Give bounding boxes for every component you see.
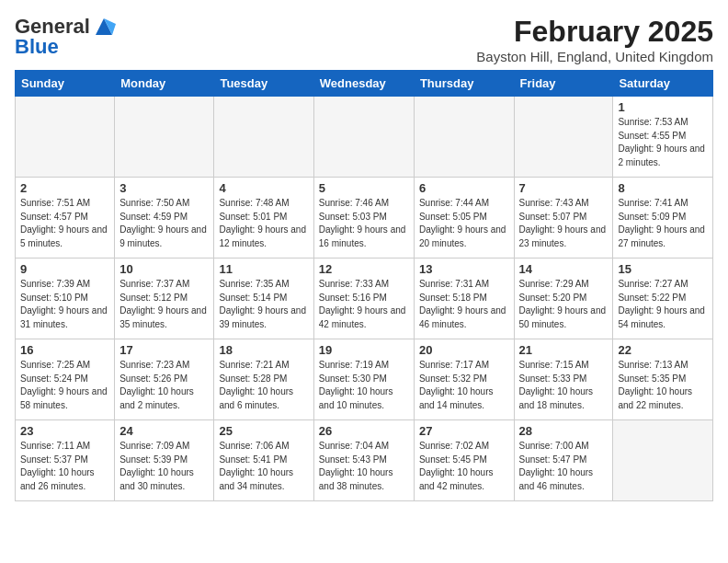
calendar-cell: 17Sunrise: 7:23 AM Sunset: 5:26 PM Dayli…: [115, 339, 214, 420]
column-header-monday: Monday: [115, 71, 214, 97]
day-number: 26: [319, 424, 409, 438]
calendar-cell: 13Sunrise: 7:31 AM Sunset: 5:18 PM Dayli…: [414, 259, 514, 339]
day-info: Sunrise: 7:04 AM Sunset: 5:43 PM Dayligh…: [319, 440, 409, 493]
day-number: 17: [119, 343, 209, 357]
title-area: February 2025 Bayston Hill, England, Uni…: [476, 15, 713, 64]
calendar-cell: 1Sunrise: 7:53 AM Sunset: 4:55 PM Daylig…: [613, 97, 713, 178]
day-info: Sunrise: 7:41 AM Sunset: 5:09 PM Dayligh…: [618, 197, 708, 250]
day-info: Sunrise: 7:31 AM Sunset: 5:18 PM Dayligh…: [419, 278, 509, 331]
calendar-cell: 3Sunrise: 7:50 AM Sunset: 4:59 PM Daylig…: [115, 178, 214, 259]
month-title: February 2025: [476, 15, 713, 49]
day-number: 4: [219, 181, 308, 195]
logo: General Blue: [15, 15, 116, 59]
column-header-tuesday: Tuesday: [214, 71, 313, 97]
day-info: Sunrise: 7:39 AM Sunset: 5:10 PM Dayligh…: [20, 278, 109, 331]
calendar-cell: 24Sunrise: 7:09 AM Sunset: 5:39 PM Dayli…: [115, 420, 214, 501]
day-info: Sunrise: 7:44 AM Sunset: 5:05 PM Dayligh…: [419, 197, 509, 250]
calendar-cell: 11Sunrise: 7:35 AM Sunset: 5:14 PM Dayli…: [214, 259, 313, 339]
calendar-cell: 4Sunrise: 7:48 AM Sunset: 5:01 PM Daylig…: [214, 178, 313, 259]
calendar-cell: 14Sunrise: 7:29 AM Sunset: 5:20 PM Dayli…: [514, 259, 613, 339]
day-number: 6: [419, 181, 509, 195]
week-row-3: 9Sunrise: 7:39 AM Sunset: 5:10 PM Daylig…: [16, 259, 713, 339]
day-number: 28: [519, 424, 609, 438]
calendar-cell: [613, 420, 713, 501]
day-number: 9: [20, 262, 109, 276]
day-info: Sunrise: 7:23 AM Sunset: 5:26 PM Dayligh…: [119, 359, 209, 412]
day-info: Sunrise: 7:43 AM Sunset: 5:07 PM Dayligh…: [519, 197, 609, 250]
column-header-friday: Friday: [514, 71, 613, 97]
day-number: 24: [119, 424, 209, 438]
calendar-cell: 12Sunrise: 7:33 AM Sunset: 5:16 PM Dayli…: [313, 259, 414, 339]
day-number: 10: [119, 262, 209, 276]
day-info: Sunrise: 7:29 AM Sunset: 5:20 PM Dayligh…: [519, 278, 609, 331]
day-number: 15: [618, 262, 708, 276]
day-number: 8: [618, 181, 708, 195]
day-info: Sunrise: 7:48 AM Sunset: 5:01 PM Dayligh…: [219, 197, 308, 250]
day-info: Sunrise: 7:11 AM Sunset: 5:37 PM Dayligh…: [20, 440, 109, 493]
calendar-cell: 6Sunrise: 7:44 AM Sunset: 5:05 PM Daylig…: [414, 178, 514, 259]
day-info: Sunrise: 7:00 AM Sunset: 5:47 PM Dayligh…: [519, 440, 609, 493]
day-info: Sunrise: 7:46 AM Sunset: 5:03 PM Dayligh…: [319, 197, 409, 250]
calendar-cell: [115, 97, 214, 178]
calendar-cell: 27Sunrise: 7:02 AM Sunset: 5:45 PM Dayli…: [414, 420, 514, 501]
week-row-4: 16Sunrise: 7:25 AM Sunset: 5:24 PM Dayli…: [16, 339, 713, 420]
day-info: Sunrise: 7:21 AM Sunset: 5:28 PM Dayligh…: [219, 359, 308, 412]
day-number: 13: [419, 262, 509, 276]
day-number: 12: [319, 262, 409, 276]
day-info: Sunrise: 7:27 AM Sunset: 5:22 PM Dayligh…: [618, 278, 708, 331]
calendar-cell: 2Sunrise: 7:51 AM Sunset: 4:57 PM Daylig…: [16, 178, 115, 259]
page-header: General Blue February 2025 Bayston Hill,…: [15, 15, 713, 64]
day-info: Sunrise: 7:33 AM Sunset: 5:16 PM Dayligh…: [319, 278, 409, 331]
day-number: 2: [20, 181, 109, 195]
day-number: 20: [419, 343, 509, 357]
day-info: Sunrise: 7:53 AM Sunset: 4:55 PM Dayligh…: [618, 116, 708, 169]
day-number: 19: [319, 343, 409, 357]
day-number: 21: [519, 343, 609, 357]
calendar-cell: 16Sunrise: 7:25 AM Sunset: 5:24 PM Dayli…: [16, 339, 115, 420]
day-info: Sunrise: 7:06 AM Sunset: 5:41 PM Dayligh…: [219, 440, 308, 493]
day-info: Sunrise: 7:19 AM Sunset: 5:30 PM Dayligh…: [319, 359, 409, 412]
day-number: 11: [219, 262, 308, 276]
column-header-thursday: Thursday: [414, 71, 514, 97]
calendar-header-row: SundayMondayTuesdayWednesdayThursdayFrid…: [16, 71, 713, 97]
calendar-cell: 15Sunrise: 7:27 AM Sunset: 5:22 PM Dayli…: [613, 259, 713, 339]
day-number: 5: [319, 181, 409, 195]
day-info: Sunrise: 7:15 AM Sunset: 5:33 PM Dayligh…: [519, 359, 609, 412]
calendar-cell: 18Sunrise: 7:21 AM Sunset: 5:28 PM Dayli…: [214, 339, 313, 420]
calendar-cell: 7Sunrise: 7:43 AM Sunset: 5:07 PM Daylig…: [514, 178, 613, 259]
day-number: 14: [519, 262, 609, 276]
day-info: Sunrise: 7:50 AM Sunset: 4:59 PM Dayligh…: [119, 197, 209, 250]
day-number: 23: [20, 424, 109, 438]
day-number: 16: [20, 343, 109, 357]
calendar-table: SundayMondayTuesdayWednesdayThursdayFrid…: [15, 70, 713, 501]
calendar-cell: [514, 97, 613, 178]
calendar-cell: 28Sunrise: 7:00 AM Sunset: 5:47 PM Dayli…: [514, 420, 613, 501]
column-header-saturday: Saturday: [613, 71, 713, 97]
day-number: 1: [618, 100, 708, 114]
day-number: 3: [119, 181, 209, 195]
calendar-cell: 5Sunrise: 7:46 AM Sunset: 5:03 PM Daylig…: [313, 178, 414, 259]
day-number: 22: [618, 343, 708, 357]
calendar-cell: 22Sunrise: 7:13 AM Sunset: 5:35 PM Dayli…: [613, 339, 713, 420]
calendar-cell: [214, 97, 313, 178]
calendar-cell: [16, 97, 115, 178]
calendar-cell: 19Sunrise: 7:19 AM Sunset: 5:30 PM Dayli…: [313, 339, 414, 420]
calendar-cell: 21Sunrise: 7:15 AM Sunset: 5:33 PM Dayli…: [514, 339, 613, 420]
calendar-cell: 8Sunrise: 7:41 AM Sunset: 5:09 PM Daylig…: [613, 178, 713, 259]
calendar-cell: 20Sunrise: 7:17 AM Sunset: 5:32 PM Dayli…: [414, 339, 514, 420]
day-info: Sunrise: 7:02 AM Sunset: 5:45 PM Dayligh…: [419, 440, 509, 493]
week-row-2: 2Sunrise: 7:51 AM Sunset: 4:57 PM Daylig…: [16, 178, 713, 259]
week-row-1: 1Sunrise: 7:53 AM Sunset: 4:55 PM Daylig…: [16, 97, 713, 178]
calendar-cell: [414, 97, 514, 178]
week-row-5: 23Sunrise: 7:11 AM Sunset: 5:37 PM Dayli…: [16, 420, 713, 501]
column-header-wednesday: Wednesday: [313, 71, 414, 97]
logo-icon: [92, 15, 116, 39]
day-info: Sunrise: 7:35 AM Sunset: 5:14 PM Dayligh…: [219, 278, 308, 331]
day-info: Sunrise: 7:13 AM Sunset: 5:35 PM Dayligh…: [618, 359, 708, 412]
day-info: Sunrise: 7:09 AM Sunset: 5:39 PM Dayligh…: [119, 440, 209, 493]
location-title: Bayston Hill, England, United Kingdom: [476, 49, 713, 64]
calendar-cell: 26Sunrise: 7:04 AM Sunset: 5:43 PM Dayli…: [313, 420, 414, 501]
calendar-cell: 23Sunrise: 7:11 AM Sunset: 5:37 PM Dayli…: [16, 420, 115, 501]
column-header-sunday: Sunday: [16, 71, 115, 97]
day-info: Sunrise: 7:17 AM Sunset: 5:32 PM Dayligh…: [419, 359, 509, 412]
